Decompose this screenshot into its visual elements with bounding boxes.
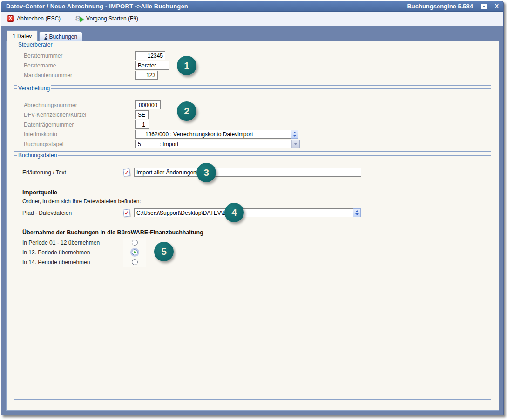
tab-bar: 1 Datev 2 Buchungen <box>7 29 499 41</box>
restore-button[interactable] <box>481 4 487 9</box>
engine-version-label: Buchungsengine 5.584 <box>407 3 473 10</box>
ordner-hint-text: Ordner, in dem sich Ihre Datevdateien be… <box>22 198 491 205</box>
radio-periode-13[interactable] <box>132 249 138 255</box>
spinner-bar <box>355 213 359 213</box>
dfv-kennzeichen-label: DFV-Kennzeichen/Kürzel <box>24 112 135 118</box>
main-area: 1 Datev 2 Buchungen Steuerberater Berate… <box>1 26 503 415</box>
radio-periode-13-label: In 13. Periode übernehmen <box>22 249 123 256</box>
pfad-spinner-button[interactable] <box>353 208 361 217</box>
erlaeuterung-checked-note-icon[interactable]: ✓ <box>123 168 130 177</box>
spinner-bar <box>293 134 297 134</box>
buchungsstapel-dropdown-button[interactable] <box>291 140 300 148</box>
cancel-button[interactable]: X Abbrechen (ESC) <box>4 14 64 23</box>
dfv-kennzeichen-input[interactable] <box>135 110 149 119</box>
mandantennummer-label: Mandantennummer <box>24 72 135 79</box>
importquelle-heading: Importquelle <box>22 189 491 196</box>
beraternummer-label: Beraternummer <box>24 53 135 59</box>
spinner-up-icon <box>355 210 359 212</box>
pfad-label: Pfad - Datevdateien <box>22 210 123 216</box>
fieldset-verarbeitung: Verarbeitung Abrechnungsnummer DFV-Kennz… <box>14 88 491 152</box>
chevron-down-icon <box>294 143 297 145</box>
application-window: Datev-Center / Neue Abrechnung - IMPORT … <box>1 1 504 415</box>
datentraegernummer-input[interactable] <box>135 120 149 129</box>
erlaeuterung-label: Erläuterung / Text <box>22 169 123 176</box>
step-badge-2: 2 <box>177 101 196 121</box>
spinner-down-icon <box>355 213 359 215</box>
fieldset-steuerberater-legend: Steuerberater <box>17 41 54 48</box>
titlebar: Datev-Center / Neue Abrechnung - IMPORT … <box>1 1 503 12</box>
erlaeuterung-input[interactable] <box>134 168 361 177</box>
uebernahme-heading: Übernahme der Buchungen in die BüroWARE-… <box>22 229 491 236</box>
step-badge-3: 3 <box>196 163 216 182</box>
fieldset-verarbeitung-legend: Verarbeitung <box>17 85 51 92</box>
start-process-button[interactable]: ⚙ Vorgang Starten (F9) <box>72 13 142 24</box>
buchungsstapel-input[interactable] <box>135 140 291 148</box>
abrechnungsnummer-label: Abrechnungsnummer <box>24 102 135 108</box>
tab-datev[interactable]: 1 Datev <box>7 30 38 41</box>
tab-buchungen-rest: Buchungen <box>47 33 77 40</box>
cancel-button-label: Abbrechen (ESC) <box>17 15 61 22</box>
interimskonto-label: Interimskonto <box>24 131 135 138</box>
radio-periode-14[interactable] <box>132 259 138 265</box>
datentraegernummer-label: Datenträgernummer <box>24 121 135 128</box>
step-badge-5: 5 <box>154 242 174 261</box>
buchungsstapel-label: Buchungsstapel <box>24 141 135 147</box>
radio-periode-14-label: In 14. Periode übernehmen <box>22 259 123 266</box>
beraternummer-input[interactable] <box>135 51 165 60</box>
fieldset-buchungsdaten: Buchungsdaten Erläuterung / Text ✓ Impor… <box>14 155 491 400</box>
restore-icon <box>481 4 487 9</box>
close-button[interactable]: X <box>495 4 499 9</box>
play-arrow-icon <box>80 17 84 22</box>
spinner-up-icon <box>293 132 297 133</box>
toolbar: X Abbrechen (ESC) ⚙ Vorgang Starten (F9) <box>1 12 503 26</box>
interimskonto-spinner-button[interactable] <box>291 130 298 139</box>
fieldset-steuerberater: Steuerberater Beraternummer Beratername … <box>14 45 491 86</box>
abrechnungsnummer-input[interactable] <box>135 100 161 109</box>
pfad-checked-note-icon[interactable]: ✓ <box>123 209 130 217</box>
tab-content-panel: Steuerberater Beraternummer Beratername … <box>6 41 499 411</box>
window-title: Datev-Center / Neue Abrechnung - IMPORT … <box>6 3 188 10</box>
cancel-x-icon: X <box>7 15 14 22</box>
mandantennummer-input[interactable] <box>135 71 158 80</box>
toolbar-separator <box>68 14 68 23</box>
interimskonto-input[interactable] <box>135 130 291 139</box>
spinner-down-icon <box>293 135 297 137</box>
start-button-label: Vorgang Starten (F9) <box>86 15 138 22</box>
radio-dot <box>134 251 136 253</box>
tab-buchungen[interactable]: 2 Buchungen <box>39 32 82 41</box>
beratername-input[interactable] <box>135 61 169 70</box>
radio-periode-01-12[interactable] <box>132 240 138 246</box>
radio-periode-01-12-label: In Periode 01 - 12 übernehmen <box>22 240 123 246</box>
step-badge-1: 1 <box>177 56 196 75</box>
step-badge-4: 4 <box>224 203 244 222</box>
fieldset-buchungsdaten-legend: Buchungsdaten <box>17 152 58 159</box>
beratername-label: Beratername <box>24 62 135 69</box>
